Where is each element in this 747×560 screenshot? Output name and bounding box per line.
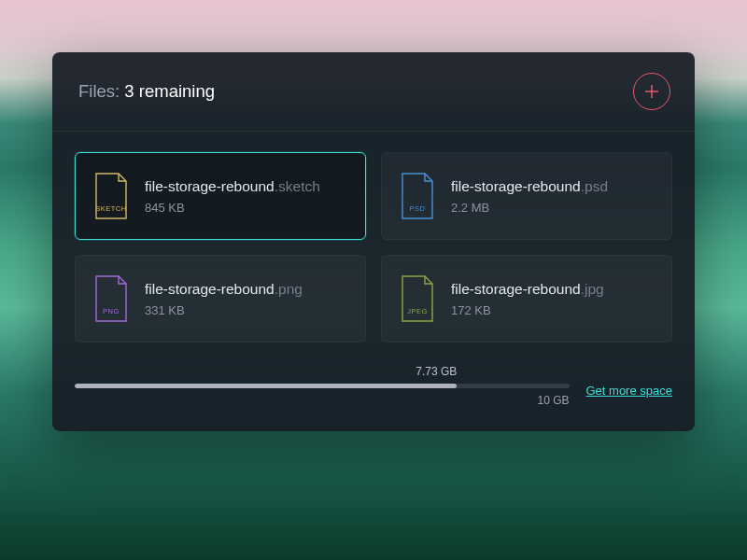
file-size: 172 KB [451,303,604,317]
file-icon: SKETCH [92,172,130,220]
file-icon: JPEG [399,274,436,323]
title-prefix: Files: [78,81,124,101]
file-size: 845 KB [145,201,320,215]
file-type-badge: PNG [92,307,130,315]
file-name: file-storage-rebound.png [145,281,303,298]
file-extension: .sketch [275,178,320,194]
file-meta: file-storage-rebound.jpg172 KB [451,281,604,317]
file-icon: PSD [399,172,436,220]
file-card[interactable]: SKETCHfile-storage-rebound.sketch845 KB [75,152,366,240]
files-grid: SKETCHfile-storage-rebound.sketch845 KBP… [52,132,695,354]
file-basename: file-storage-rebound [145,178,275,194]
file-type-badge: SKETCH [92,204,130,213]
file-type-badge: JPEG [399,307,436,315]
add-button[interactable] [633,73,670,110]
storage-bar [75,384,570,388]
storage-bar-wrap: 7.73 GB 10 GB [75,365,570,407]
file-card[interactable]: PNGfile-storage-rebound.png331 KB [75,255,366,343]
file-name: file-storage-rebound.jpg [451,281,604,298]
plus-icon [643,83,660,100]
storage-bar-fill [75,384,457,388]
file-icon: PNG [92,274,130,323]
file-card[interactable]: JPEGfile-storage-rebound.jpg172 KB [381,255,672,343]
file-size: 331 KB [145,303,303,317]
file-basename: file-storage-rebound [145,281,275,297]
file-meta: file-storage-rebound.png331 KB [145,281,303,317]
file-basename: file-storage-rebound [451,281,581,297]
file-meta: file-storage-rebound.psd2.2 MB [451,178,608,215]
files-remaining-title: Files: 3 remaining [78,81,215,102]
upload-card: Files: 3 remaining SKETCHfile-storage-re… [52,52,695,431]
file-basename: file-storage-rebound [451,178,581,194]
file-extension: .psd [581,178,608,194]
card-header: Files: 3 remaining [52,52,695,132]
file-size: 2.2 MB [451,201,608,215]
file-name: file-storage-rebound.sketch [145,178,320,195]
file-extension: .png [275,281,303,297]
storage-total-label: 10 GB [75,394,570,407]
get-more-space-link[interactable]: Get more space [586,374,673,398]
file-card[interactable]: PSDfile-storage-rebound.psd2.2 MB [381,152,672,240]
file-type-badge: PSD [399,204,436,213]
storage-used-label: 7.73 GB [75,365,457,378]
file-extension: .jpg [581,281,604,297]
storage-section: 7.73 GB 10 GB Get more space [52,354,695,431]
file-meta: file-storage-rebound.sketch845 KB [145,178,320,215]
file-name: file-storage-rebound.psd [451,178,608,195]
remaining-count: 3 remaining [124,81,215,101]
